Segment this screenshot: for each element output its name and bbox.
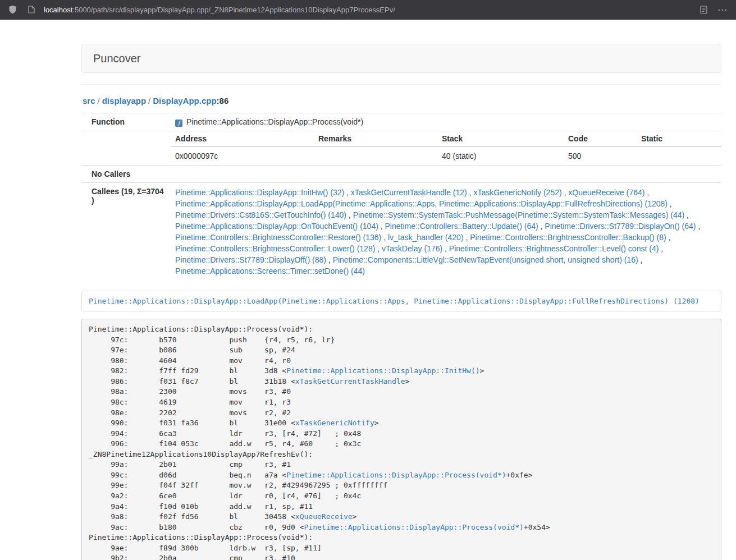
disassembly-symbol-link[interactable]: Pinetime::Applications::DisplayApp::Init…	[286, 366, 479, 375]
callee-link[interactable]: Pinetime::Drivers::St7789::DisplayOff() …	[175, 255, 326, 264]
column-header-code: Code	[564, 131, 637, 146]
stack-value: 40 (static)	[437, 146, 564, 165]
callee-link[interactable]: lv_task_handler (420)	[388, 233, 464, 242]
callee-link[interactable]: Pinetime::Applications::DisplayApp::Load…	[175, 199, 668, 208]
divider	[81, 84, 721, 85]
empty-row-label	[81, 131, 171, 166]
breadcrumb: src/displayapp/DisplayApp.cpp:86	[83, 96, 721, 105]
callees-list: Pinetime::Applications::DisplayApp::Init…	[171, 183, 721, 281]
symbol-panel: Pinetime::Applications::DisplayApp::Load…	[81, 291, 721, 311]
details-value-row: 0x0000097c 40 (static) 500	[171, 146, 721, 165]
remarks-value	[314, 146, 437, 165]
function-details-row: Address Remarks Stack Code Static 0x0000…	[81, 131, 721, 166]
disassembly-symbol-link[interactable]: xQueueReceive	[295, 512, 353, 521]
no-callers-label: No Callers	[81, 166, 171, 183]
meatball-menu-glyph: ⋯	[717, 5, 728, 15]
breadcrumb-separator: /	[146, 96, 153, 105]
callee-link[interactable]: xTaskGenericNotify (252)	[473, 188, 561, 197]
disassembly-symbol-link[interactable]: xTaskGetCurrentTaskHandle	[295, 377, 405, 385]
static-value	[637, 146, 721, 165]
callee-link[interactable]: xQueueReceive (764)	[568, 188, 644, 197]
details-header-row: Address Remarks Stack Code Static	[171, 131, 721, 146]
symbol-panel-link[interactable]: Pinetime::Applications::DisplayApp::Load…	[89, 297, 700, 305]
browser-toolbar: localhost:5000/path/src/displayapp/Displ…	[0, 0, 736, 20]
shield-icon[interactable]	[4, 2, 20, 17]
disassembly-symbol-link[interactable]: Pinetime::Applications::DisplayApp::Proc…	[286, 471, 506, 479]
address-value: 0x0000097c	[171, 146, 314, 165]
callee-link[interactable]: Pinetime::Applications::Screens::Timer::…	[175, 267, 365, 276]
breadcrumb-line-number: :86	[217, 96, 229, 105]
callee-link[interactable]: Pinetime::Controllers::BrightnessControl…	[175, 244, 375, 253]
page-actions-menu-icon[interactable]: ⋯	[715, 2, 730, 17]
url-path: :5000/path/src/displayapp/DisplayApp.cpp…	[72, 6, 395, 14]
callee-link[interactable]: xTaskGetCurrentTaskHandle (12)	[351, 188, 467, 197]
disassembly-code: Pinetime::Applications::DisplayApp::Proc…	[81, 319, 721, 560]
callees-row: Callees (19, Σ=3704 ) Pinetime::Applicat…	[81, 183, 721, 281]
column-header-remarks: Remarks	[314, 131, 437, 146]
url-host: localhost	[44, 6, 72, 14]
shield-icon-glyph	[8, 5, 17, 14]
callee-link[interactable]: Pinetime::Drivers::Cst816S::GetTouchInfo…	[175, 210, 346, 219]
url-bar[interactable]: localhost:5000/path/src/displayapp/Displ…	[43, 6, 696, 14]
callee-link[interactable]: Pinetime::Controllers::Battery::Update()…	[385, 222, 538, 231]
callee-link[interactable]: Pinetime::Controllers::BrightnessControl…	[470, 233, 666, 242]
callee-link[interactable]: Pinetime::Applications::DisplayApp::OnTo…	[175, 222, 378, 231]
callees-label: Callees (19, Σ=3704 )	[81, 183, 171, 281]
callee-link[interactable]: Pinetime::Drivers::St7789::DisplayOn() (…	[545, 222, 696, 231]
breadcrumb-link-src[interactable]: src	[83, 96, 95, 105]
breadcrumb-link-displayapp[interactable]: displayapp	[102, 96, 146, 105]
function-details-cell: Address Remarks Stack Code Static 0x0000…	[171, 131, 721, 166]
breadcrumb-separator: /	[95, 96, 102, 105]
callee-link[interactable]: Pinetime::Controllers::BrightnessControl…	[175, 233, 381, 242]
disassembly-symbol-link[interactable]: xTaskGenericNotify	[295, 419, 374, 427]
column-header-static: Static	[637, 131, 721, 146]
function-row-label: Function	[81, 113, 171, 131]
no-callers-row: No Callers	[81, 166, 721, 183]
function-details-table: Address Remarks Stack Code Static 0x0000…	[171, 131, 721, 165]
callee-link[interactable]: Pinetime::Controllers::BrightnessControl…	[449, 244, 659, 253]
reader-view-icon[interactable]	[696, 2, 711, 17]
navbar: Puncover	[81, 44, 721, 73]
code-value: 500	[564, 146, 637, 165]
function-row: Function ƒPinetime::Applications::Displa…	[81, 113, 721, 131]
function-icon: ƒ	[175, 120, 182, 127]
reader-view-icon-glyph	[700, 6, 707, 14]
callee-link[interactable]: vTaskDelay (176)	[382, 244, 442, 253]
no-callers-cell	[171, 166, 721, 183]
symbol-table: Function ƒPinetime::Applications::Displa…	[81, 113, 721, 281]
brand-link[interactable]: Puncover	[82, 52, 152, 65]
breadcrumb-link-file[interactable]: DisplayApp.cpp	[153, 96, 216, 105]
page-info-icon-glyph	[28, 6, 35, 13]
function-name: Pinetime::Applications::DisplayApp::Proc…	[186, 117, 363, 126]
callee-link[interactable]: Pinetime::System::SystemTask::PushMessag…	[353, 210, 685, 219]
main-content: Puncover src/displayapp/DisplayApp.cpp:8…	[81, 44, 721, 560]
column-header-address: Address	[171, 131, 314, 146]
callee-link[interactable]: Pinetime::Components::LittleVgl::SetNewT…	[333, 255, 638, 264]
function-name-cell: ƒPinetime::Applications::DisplayApp::Pro…	[171, 113, 721, 131]
callee-link[interactable]: Pinetime::Applications::DisplayApp::Init…	[175, 188, 344, 197]
column-header-stack: Stack	[437, 131, 564, 146]
page-info-icon[interactable]	[24, 2, 39, 17]
disassembly-symbol-link[interactable]: Pinetime::Applications::DisplayApp::Proc…	[304, 523, 524, 531]
